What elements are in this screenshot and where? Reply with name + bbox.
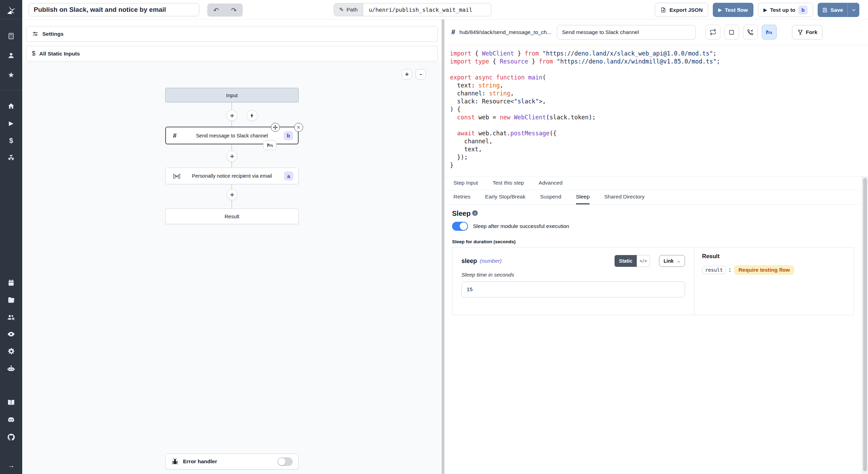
secondary-tabs: RetriesEarly Stop/BreakSuspendSleepShare…: [444, 190, 862, 205]
tab-step-input[interactable]: Step Input: [453, 177, 478, 190]
sidebar-item-settings[interactable]: [0, 343, 22, 360]
zoom-in-button[interactable]: +: [402, 69, 412, 79]
suspend-button[interactable]: [743, 25, 758, 40]
test-up-to-button[interactable]: ▶ Test up to b: [758, 3, 813, 17]
phone-incoming-icon: [747, 29, 754, 36]
home-icon: [7, 102, 15, 110]
sleep-toggle-label: Sleep after module successful execution: [473, 223, 569, 229]
script-path[interactable]: hub/849/slack/send_message_to_ch...: [459, 29, 551, 35]
panel-scrollbar[interactable]: [862, 176, 868, 474]
sleep-field-name: sleep: [461, 257, 477, 265]
test-flow-button[interactable]: ▶ Test flow: [713, 3, 753, 17]
sidebar-item-resources[interactable]: [0, 149, 22, 167]
sidebar-item-variables[interactable]: $: [0, 132, 22, 149]
panel-resize-handle[interactable]: [442, 19, 444, 474]
static-mode-button[interactable]: Static: [615, 255, 637, 267]
code-editor[interactable]: import { WebClient } from "https://deno.…: [444, 45, 868, 176]
tab-early-stop-break[interactable]: Early Stop/Break: [485, 190, 525, 204]
sidebar-expand-button[interactable]: →: [0, 457, 22, 474]
code-line: import { WebClient } from "https://deno.…: [450, 50, 862, 58]
fork-button[interactable]: Fork: [792, 25, 823, 40]
step-summary-input[interactable]: [557, 25, 696, 40]
code-line: });: [450, 153, 862, 161]
pencil-icon: ✎: [339, 7, 344, 13]
zoom-out-button[interactable]: -: [416, 69, 426, 79]
all-static-inputs-bar[interactable]: $ All Static Inputs: [26, 46, 438, 61]
users-gear-icon: [7, 313, 15, 321]
sidebar-item-runs[interactable]: ▶: [0, 115, 22, 132]
scrollbar-thumb[interactable]: [863, 178, 867, 471]
error-handler-toggle[interactable]: [277, 457, 293, 466]
insert-step-button[interactable]: [226, 151, 237, 162]
sleep-toggle[interactable]: [452, 222, 468, 231]
move-step-button[interactable]: [271, 123, 280, 132]
play-icon: ▶: [718, 7, 722, 12]
sidebar-item-home[interactable]: [0, 98, 22, 115]
tab-retries[interactable]: Retries: [453, 190, 470, 204]
code-line: }: [450, 161, 862, 169]
sleep-button[interactable]: [762, 25, 777, 40]
sidebar-item-workers[interactable]: [0, 360, 22, 378]
arrow-right-icon: →: [8, 462, 15, 469]
code-mode-button[interactable]: </>: [637, 255, 650, 267]
error-handler-node[interactable]: Error handler: [165, 454, 299, 469]
delete-step-button[interactable]: [294, 123, 303, 132]
flow-node-email-step[interactable]: Personally notice recipient via email a: [165, 168, 299, 184]
redo-button[interactable]: ↷: [225, 6, 243, 14]
link-button[interactable]: Link →: [659, 255, 685, 267]
resources-cubes-icon: [7, 154, 15, 162]
tab-shared-directory[interactable]: Shared Directory: [604, 190, 644, 204]
sidebar-item-workspace[interactable]: [0, 26, 22, 46]
sidebar-item-user[interactable]: [0, 46, 22, 65]
save-button[interactable]: Save: [818, 3, 848, 17]
flow-title-input[interactable]: [28, 3, 199, 16]
step-id-badge: a: [284, 171, 293, 180]
sleep-indicator-chip[interactable]: [263, 140, 276, 150]
path-button[interactable]: ✎ Path: [334, 3, 363, 16]
tab-test-this-step[interactable]: Test this step: [493, 177, 524, 190]
result-colon: :: [729, 267, 731, 273]
code-line: import type { Resource } from "https://d…: [450, 58, 862, 66]
step-header: # hub/849/slack/send_message_to_ch... Fo…: [444, 19, 868, 45]
result-preview-section: Result result : Require testing flow: [694, 247, 854, 315]
path-value[interactable]: u/henri/publish_slack_wait_mail: [363, 3, 491, 16]
folder-icon: [7, 296, 15, 304]
flow-node-result[interactable]: Result: [165, 209, 299, 224]
tab-suspend[interactable]: Suspend: [540, 190, 561, 204]
sleep-heading: Sleep: [452, 210, 470, 218]
code-line: channel: string,: [450, 90, 862, 98]
info-icon[interactable]: i: [472, 210, 478, 216]
sidebar-item-github[interactable]: [0, 429, 22, 446]
save-dropdown-button[interactable]: [848, 3, 859, 17]
insert-step-button[interactable]: [226, 110, 237, 121]
sidebar-item-docs[interactable]: [0, 394, 22, 412]
settings-bar[interactable]: Settings: [26, 26, 438, 42]
code-line: [450, 121, 862, 129]
sidebar-item-folders[interactable]: [0, 291, 22, 308]
result-key-chip[interactable]: result: [702, 266, 726, 274]
move-arrows-icon: [273, 125, 278, 130]
sidebar-item-groups[interactable]: [0, 308, 22, 326]
windmill-logo-icon[interactable]: [5, 2, 17, 19]
tab-advanced[interactable]: Advanced: [539, 177, 562, 190]
early-stop-button[interactable]: [724, 25, 739, 40]
flow-node-input[interactable]: Input: [165, 88, 299, 102]
sleep-duration-label: Sleep for duration (seconds): [452, 239, 854, 244]
undo-button[interactable]: ↶: [207, 6, 225, 14]
flow-canvas[interactable]: + - Input # Send message to Slack channe…: [22, 62, 442, 474]
sleep-seconds-input[interactable]: [461, 281, 685, 297]
insert-step-button[interactable]: [226, 189, 237, 200]
sidebar-item-discord[interactable]: [0, 411, 22, 429]
sidebar-item-favorites[interactable]: ★: [0, 65, 22, 85]
plus-icon: [229, 192, 235, 198]
path-group: ✎ Path u/henri/publish_slack_wait_mail: [334, 3, 491, 16]
sleep-tab-content: Sleep i Sleep after module successful ex…: [444, 205, 862, 474]
tab-sleep[interactable]: Sleep: [576, 190, 590, 204]
export-json-button[interactable]: Export JSON: [655, 3, 708, 17]
sidebar-item-audit-logs[interactable]: [0, 326, 22, 343]
retries-button[interactable]: [706, 25, 720, 40]
git-fork-icon: [797, 29, 803, 35]
topbar-actions: Export JSON ▶ Test flow ▶ Test up to b S…: [655, 3, 859, 17]
sidebar-item-schedules[interactable]: [0, 274, 22, 291]
trigger-button[interactable]: [247, 110, 258, 121]
